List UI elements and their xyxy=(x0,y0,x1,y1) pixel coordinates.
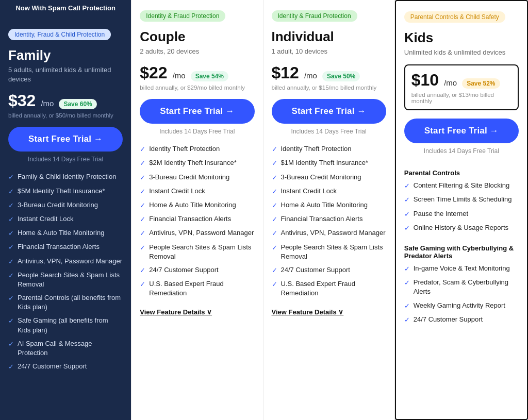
feature-text: Home & Auto Title Monitoring xyxy=(149,200,236,210)
check-icon: ✓ xyxy=(8,271,14,280)
check-icon: ✓ xyxy=(140,201,145,210)
plan-name-couple: Couple xyxy=(140,29,254,45)
check-icon: ✓ xyxy=(8,340,14,349)
feature-text: Identity Theft Protection xyxy=(149,144,220,154)
feature-text: Financial Transaction Alerts xyxy=(149,214,231,224)
check-icon: ✓ xyxy=(8,257,14,266)
feature-item: ✓ 24/7 Customer Support xyxy=(8,362,123,372)
feature-text: 3-Bureau Credit Monitoring xyxy=(149,173,229,182)
feature-text: People Search Sites & Spam Lists Removal xyxy=(149,243,254,261)
feature-text: Antivirus, VPN, Password Manager xyxy=(149,228,254,238)
check-icon: ✓ xyxy=(272,159,277,168)
check-icon: ✓ xyxy=(140,243,145,253)
feature-text: People Search Sites & Spam Lists Removal xyxy=(18,271,123,289)
check-icon: ✓ xyxy=(272,201,277,210)
features-list-kids-0: ✓ Content Filtering & Site Blocking ✓ Sc… xyxy=(404,181,519,237)
feature-item: ✓ $1M Identity Theft Insurance* xyxy=(272,158,386,168)
feature-text: Weekly Gaming Activity Report xyxy=(414,301,505,310)
feature-item: ✓ 3-Bureau Credit Monitoring xyxy=(272,173,386,182)
price-per-kids: /mo xyxy=(444,78,457,87)
plan-desc-kids: Unlimited kids & unlimited devices xyxy=(404,48,519,57)
feature-item: ✓ $2M Identity Theft Insurance* xyxy=(140,158,254,168)
feature-item: ✓ U.S. Based Expert Fraud Remediation xyxy=(272,279,386,298)
view-details-button-individual[interactable]: View Feature Details ∨ xyxy=(272,308,386,316)
save-badge-family: Save 60% xyxy=(59,99,96,109)
feature-text: U.S. Based Expert Fraud Remediation xyxy=(149,279,254,298)
plan-name-individual: Individual xyxy=(272,29,386,45)
cta-button-family[interactable]: Start Free Trial → xyxy=(8,127,123,152)
check-icon: ✓ xyxy=(404,195,410,205)
save-badge-individual: Save 50% xyxy=(322,71,360,81)
price-per-couple: /mo xyxy=(173,71,186,80)
feature-item: ✓ Safe Gaming (all benefits from Kids pl… xyxy=(8,316,123,334)
check-icon: ✓ xyxy=(404,278,410,288)
check-icon: ✓ xyxy=(140,173,145,182)
plan-badge-family: Identity, Fraud & Child Protection xyxy=(8,29,111,40)
plan-col-couple: Identity & Fraud ProtectionCouple2 adult… xyxy=(131,0,263,420)
check-icon: ✓ xyxy=(404,264,410,274)
feature-text: Pause the Internet xyxy=(414,209,468,219)
trial-note-family: Includes 14 Days Free Trial xyxy=(8,156,123,163)
plan-col-family: Now With Spam Call ProtectionIdentity, F… xyxy=(0,0,131,420)
plan-badge-individual: Identity & Fraud Protection xyxy=(272,10,357,22)
feature-text: 24/7 Customer Support xyxy=(281,265,350,275)
feature-text: Parental Controls (all benefits from Kid… xyxy=(18,293,123,312)
check-icon: ✓ xyxy=(8,294,14,303)
feature-item: ✓ Antivirus, VPN, Password Manager xyxy=(140,228,254,238)
feature-item: ✓ $5M Identity Theft Insurance* xyxy=(8,187,123,196)
cta-button-couple[interactable]: Start Free Trial → xyxy=(140,99,254,124)
feature-text: 24/7 Customer Support xyxy=(149,265,218,275)
feature-text: $5M Identity Theft Insurance* xyxy=(18,187,105,196)
feature-text: Financial Transaction Alerts xyxy=(18,242,100,251)
price-amount-kids: $10 xyxy=(411,71,439,90)
feature-item: ✓ Pause the Internet xyxy=(404,209,519,219)
check-icon: ✓ xyxy=(140,187,145,196)
price-per-individual: /mo xyxy=(304,71,317,80)
view-details-button-couple[interactable]: View Feature Details ∨ xyxy=(140,308,254,316)
feature-item: ✓ In-game Voice & Text Monitoring xyxy=(404,264,519,274)
features-section-title-kids-0: Parental Controls xyxy=(404,169,519,177)
feature-text: Instant Credit Lock xyxy=(149,187,205,196)
feature-text: Instant Credit Lock xyxy=(281,187,337,196)
feature-text: People Search Sites & Spam Lists Removal xyxy=(281,243,386,261)
check-icon: ✓ xyxy=(404,210,410,219)
feature-item: ✓ Content Filtering & Site Blocking xyxy=(404,181,519,191)
plan-name-family: Family xyxy=(8,47,123,63)
check-icon: ✓ xyxy=(8,316,14,326)
check-icon: ✓ xyxy=(8,229,14,238)
feature-item: ✓ Family & Child Identity Protection xyxy=(8,172,123,182)
check-icon: ✓ xyxy=(8,243,14,252)
feature-item: ✓ Instant Credit Lock xyxy=(140,187,254,196)
cta-button-individual[interactable]: Start Free Trial → xyxy=(272,99,386,124)
feature-text: Predator, Scam & Cyberbullying Alerts xyxy=(414,278,519,296)
feature-text: Home & Auto Title Monitoring xyxy=(281,200,368,210)
feature-item: ✓ Home & Auto Title Monitoring xyxy=(272,200,386,210)
check-icon: ✓ xyxy=(272,243,277,253)
plan-desc-couple: 2 adults, 20 devices xyxy=(140,47,254,56)
check-icon: ✓ xyxy=(8,201,14,210)
price-note-couple: billed annually, or $29/mo billed monthl… xyxy=(140,85,254,91)
check-icon: ✓ xyxy=(8,362,14,372)
check-icon: ✓ xyxy=(140,159,145,168)
feature-text: Content Filtering & Site Blocking xyxy=(414,181,509,190)
feature-text: Financial Transaction Alerts xyxy=(281,214,363,224)
feature-text: In-game Voice & Text Monitoring xyxy=(414,264,510,273)
plan-badge-couple: Identity & Fraud Protection xyxy=(140,10,225,22)
feature-item: ✓ Weekly Gaming Activity Report xyxy=(404,301,519,311)
feature-item: ✓ Antivirus, VPN, Password Manager xyxy=(272,228,386,238)
features-list-kids-1: ✓ In-game Voice & Text Monitoring ✓ Pred… xyxy=(404,264,519,329)
feature-item: ✓ Identity Theft Protection xyxy=(272,144,386,154)
check-icon: ✓ xyxy=(8,187,14,196)
save-badge-kids: Save 52% xyxy=(462,78,500,89)
price-row-couple: $22 /mo Save 54% xyxy=(140,63,254,82)
price-note-family: billed annually, or $50/mo billed monthl… xyxy=(8,112,123,119)
feature-item: ✓ U.S. Based Expert Fraud Remediation xyxy=(140,279,254,298)
cta-button-kids[interactable]: Start Free Trial → xyxy=(404,119,519,143)
feature-text: Home & Auto Title Monitoring xyxy=(18,228,104,238)
check-icon: ✓ xyxy=(272,215,277,224)
feature-text: Instant Credit Lock xyxy=(18,214,73,224)
price-amount-family: $32 xyxy=(8,91,36,110)
check-icon: ✓ xyxy=(140,145,145,154)
feature-item: ✓ Predator, Scam & Cyberbullying Alerts xyxy=(404,278,519,296)
feature-item: ✓ 24/7 Customer Support xyxy=(140,265,254,275)
